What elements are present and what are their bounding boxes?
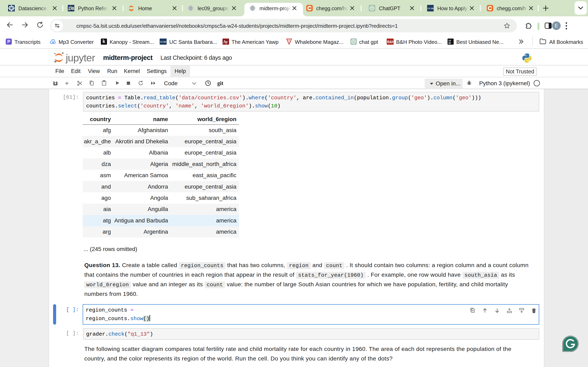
svg-text:UCSB: UCSB — [428, 7, 434, 9]
svg-text:40: 40 — [448, 42, 451, 44]
svg-text:Ay: Ay — [223, 40, 228, 44]
svg-text:UCSB: UCSB — [160, 41, 166, 43]
svg-text:14: 14 — [448, 39, 451, 42]
svg-text:B&H: B&H — [387, 40, 394, 44]
